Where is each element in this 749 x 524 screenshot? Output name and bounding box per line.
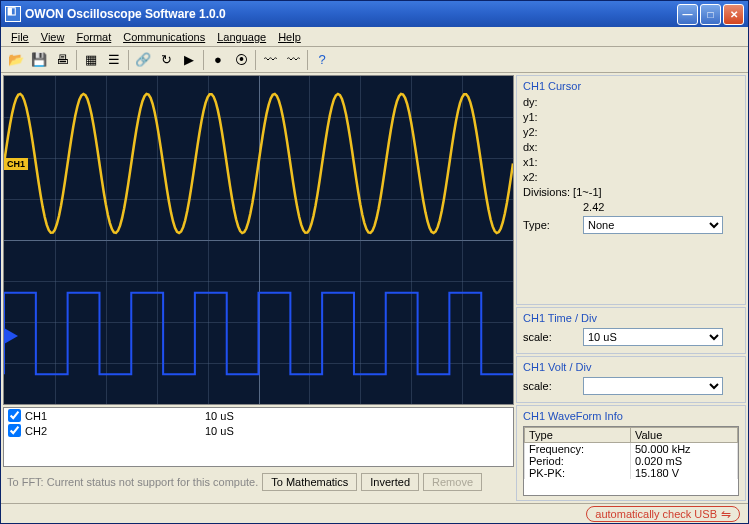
wave2-icon[interactable]: 〰 <box>282 49 304 71</box>
grid-icon[interactable]: ▦ <box>80 49 102 71</box>
print-icon[interactable]: 🖶 <box>51 49 73 71</box>
remove-button[interactable]: Remove <box>423 473 482 491</box>
ch2-name: CH2 <box>25 425 205 437</box>
timediv-group: CH1 Time / Div scale: 10 uS <box>516 307 746 354</box>
auto-check-usb[interactable]: automatically check USB ⇋ <box>586 506 740 522</box>
app-icon <box>5 6 21 22</box>
timediv-scale-label: scale: <box>523 331 583 343</box>
titlebar[interactable]: OWON Oscilloscope Software 1.0.0 — □ ✕ <box>1 1 748 27</box>
cursor-divisions-value: 2.42 <box>583 201 604 213</box>
waveinfo-title: CH1 WaveForm Info <box>523 410 739 422</box>
toolbar-separator <box>76 50 77 70</box>
cursor-title: CH1 Cursor <box>523 80 739 92</box>
ch2-timediv: 10 uS <box>205 425 234 437</box>
voltdiv-group: CH1 Volt / Div scale: <box>516 356 746 403</box>
channel-row-ch2[interactable]: CH2 10 uS <box>4 423 513 438</box>
freq-label: Frequency: <box>525 443 631 456</box>
menu-view[interactable]: View <box>35 29 71 45</box>
statusbar: automatically check USB ⇋ <box>1 503 748 523</box>
record2-icon[interactable]: ⦿ <box>230 49 252 71</box>
app-window: OWON Oscilloscope Software 1.0.0 — □ ✕ F… <box>0 0 749 524</box>
maximize-button[interactable]: □ <box>700 4 721 25</box>
window-controls: — □ ✕ <box>677 4 744 25</box>
fft-status-text: To FFT: Current status not support for t… <box>7 476 258 488</box>
main-area: CH1 CH1 10 uS CH2 10 uS To FFT: Current … <box>1 73 748 503</box>
cursor-divisions-label: Divisions: [1~-1] <box>523 186 602 198</box>
cursor-x2-label: x2: <box>523 171 583 183</box>
table-row[interactable]: Frequency: 50.000 kHz <box>525 443 738 456</box>
toolbar-separator <box>203 50 204 70</box>
period-label: Period: <box>525 455 631 467</box>
cursor-dx-label: dx: <box>523 141 583 153</box>
timediv-title: CH1 Time / Div <box>523 312 739 324</box>
wave-icon[interactable]: 〰 <box>259 49 281 71</box>
channel-list: CH1 10 uS CH2 10 uS <box>3 407 514 467</box>
menu-communications[interactable]: Communications <box>117 29 211 45</box>
waveinfo-col-type: Type <box>525 428 631 443</box>
record-icon[interactable]: ● <box>207 49 229 71</box>
to-mathematics-button[interactable]: To Mathematics <box>262 473 357 491</box>
channel-row-ch1[interactable]: CH1 10 uS <box>4 408 513 423</box>
waveinfo-table: Type Value Frequency: 50.000 kHz Period:… <box>524 427 738 479</box>
close-button[interactable]: ✕ <box>723 4 744 25</box>
timediv-scale-select[interactable]: 10 uS <box>583 328 723 346</box>
ch1-name: CH1 <box>25 410 205 422</box>
menu-file[interactable]: File <box>5 29 35 45</box>
help-icon[interactable]: ? <box>311 49 333 71</box>
period-value: 0.020 mS <box>630 455 737 467</box>
refresh-icon[interactable]: ↻ <box>155 49 177 71</box>
voltdiv-scale-label: scale: <box>523 380 583 392</box>
cursor-type-label: Type: <box>523 219 583 231</box>
right-panel: CH1 Cursor dy: y1: y2: dx: x1: x2: Divis… <box>516 75 746 501</box>
open-icon[interactable]: 📂 <box>5 49 27 71</box>
toolbar: 📂 💾 🖶 ▦ ☰ 🔗 ↻ ▶ ● ⦿ 〰 〰 ? <box>1 47 748 73</box>
cursor-x1-label: x1: <box>523 156 583 168</box>
cursor-dy-label: dy: <box>523 96 583 108</box>
left-panel: CH1 CH1 10 uS CH2 10 uS To FFT: Current … <box>3 75 514 501</box>
cursor-y1-label: y1: <box>523 111 583 123</box>
waveinfo-col-value: Value <box>630 428 737 443</box>
pkpk-label: PK-PK: <box>525 467 631 479</box>
cursor-y2-label: y2: <box>523 126 583 138</box>
table-row[interactable]: PK-PK: 15.180 V <box>525 467 738 479</box>
play-icon[interactable]: ▶ <box>178 49 200 71</box>
ch1-badge[interactable]: CH1 <box>4 158 28 170</box>
pkpk-value: 15.180 V <box>630 467 737 479</box>
cursor-group: CH1 Cursor dy: y1: y2: dx: x1: x2: Divis… <box>516 75 746 305</box>
ch2-marker-icon[interactable] <box>4 328 18 344</box>
toolbar-separator <box>255 50 256 70</box>
menu-language[interactable]: Language <box>211 29 272 45</box>
bottom-bar: To FFT: Current status not support for t… <box>3 469 514 495</box>
table-row[interactable]: Period: 0.020 mS <box>525 455 738 467</box>
menu-help[interactable]: Help <box>272 29 307 45</box>
ch2-checkbox[interactable] <box>8 424 21 437</box>
link-icon[interactable]: 🔗 <box>132 49 154 71</box>
auto-check-label: automatically check USB <box>595 508 717 520</box>
minimize-button[interactable]: — <box>677 4 698 25</box>
save-icon[interactable]: 💾 <box>28 49 50 71</box>
menubar: File View Format Communications Language… <box>1 27 748 47</box>
ch1-checkbox[interactable] <box>8 409 21 422</box>
toolbar-separator <box>307 50 308 70</box>
cursor-type-select[interactable]: None <box>583 216 723 234</box>
window-title: OWON Oscilloscope Software 1.0.0 <box>25 7 677 21</box>
scope-display[interactable]: CH1 <box>3 75 514 405</box>
freq-value: 50.000 kHz <box>630 443 737 456</box>
toolbar-separator <box>128 50 129 70</box>
voltdiv-title: CH1 Volt / Div <box>523 361 739 373</box>
list-icon[interactable]: ☰ <box>103 49 125 71</box>
inverted-button[interactable]: Inverted <box>361 473 419 491</box>
menu-format[interactable]: Format <box>70 29 117 45</box>
voltdiv-scale-select[interactable] <box>583 377 723 395</box>
ch1-timediv: 10 uS <box>205 410 234 422</box>
usb-icon: ⇋ <box>721 507 731 521</box>
waveinfo-group: CH1 WaveForm Info Type Value Frequency: … <box>516 405 746 501</box>
